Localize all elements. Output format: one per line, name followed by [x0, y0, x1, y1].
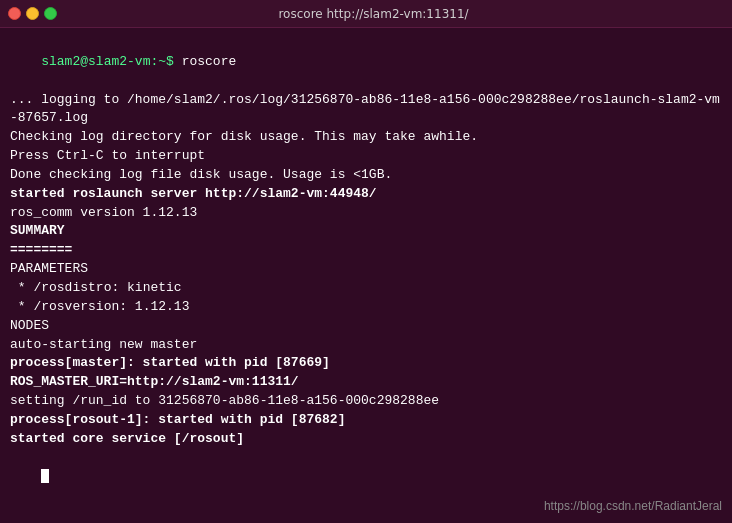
- close-button[interactable]: [8, 7, 21, 20]
- terminal-line: NODES: [10, 317, 722, 336]
- title-bar: roscore http://slam2-vm:11311/: [0, 0, 732, 28]
- terminal-line: Done checking log file disk usage. Usage…: [10, 166, 722, 185]
- watermark: https://blog.csdn.net/RadiantJeral: [544, 499, 722, 513]
- terminal-line: Press Ctrl-C to interrupt: [10, 147, 722, 166]
- terminal-line: SUMMARY: [10, 222, 722, 241]
- window-controls[interactable]: [8, 7, 57, 20]
- terminal-line: ... logging to /home/slam2/.ros/log/3125…: [10, 91, 722, 129]
- terminal-line: PARAMETERS: [10, 260, 722, 279]
- maximize-button[interactable]: [44, 7, 57, 20]
- terminal-line: ros_comm version 1.12.13: [10, 204, 722, 223]
- prompt-text: slam2@slam2-vm:~$: [41, 54, 181, 69]
- cursor-line: [10, 449, 722, 506]
- minimize-button[interactable]: [26, 7, 39, 20]
- terminal-output: ... logging to /home/slam2/.ros/log/3125…: [10, 91, 722, 449]
- prompt-line: slam2@slam2-vm:~$ roscore: [10, 34, 722, 91]
- terminal-line: Checking log directory for disk usage. T…: [10, 128, 722, 147]
- terminal-line: process[rosout-1]: started with pid [876…: [10, 411, 722, 430]
- terminal-body: slam2@slam2-vm:~$ roscore ... logging to…: [0, 28, 732, 523]
- terminal-line: auto-starting new master: [10, 336, 722, 355]
- terminal-line: ROS_MASTER_URI=http://slam2-vm:11311/: [10, 373, 722, 392]
- terminal-line: started core service [/rosout]: [10, 430, 722, 449]
- terminal-line: started roslaunch server http://slam2-vm…: [10, 185, 722, 204]
- terminal-line: setting /run_id to 31256870-ab86-11e8-a1…: [10, 392, 722, 411]
- terminal-line: * /rosdistro: kinetic: [10, 279, 722, 298]
- terminal-line: process[master]: started with pid [87669…: [10, 354, 722, 373]
- terminal-line: ========: [10, 241, 722, 260]
- window-title: roscore http://slam2-vm:11311/: [63, 7, 684, 21]
- cursor: [41, 469, 49, 483]
- command-text: roscore: [182, 54, 237, 69]
- terminal-line: * /rosversion: 1.12.13: [10, 298, 722, 317]
